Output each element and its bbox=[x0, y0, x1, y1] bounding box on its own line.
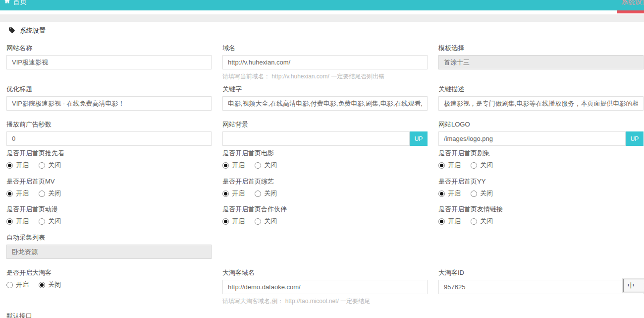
template-label: 模板选择 bbox=[438, 44, 644, 52]
radio-on-icon[interactable] bbox=[222, 162, 229, 169]
ime-toolbar[interactable]: 中 bbox=[623, 279, 644, 292]
auto-collect-select[interactable]: 卧龙资源 bbox=[6, 245, 212, 259]
site-name-input[interactable] bbox=[6, 55, 212, 69]
dataoke-domain-field: 大淘客域名 请填写大淘客域名,例： http://tao.micool.net/… bbox=[222, 269, 428, 305]
ad-seconds-input[interactable] bbox=[6, 131, 212, 146]
radio-on[interactable]: 开启 bbox=[222, 161, 245, 170]
navbar-home-label: 首页 bbox=[13, 0, 27, 7]
radio-off[interactable]: 关闭 bbox=[255, 217, 277, 226]
tag-icon bbox=[8, 27, 15, 35]
radio-on[interactable]: 开启 bbox=[222, 217, 245, 226]
radio-on[interactable]: 开启 bbox=[6, 189, 29, 198]
description-label: 关键描述 bbox=[438, 85, 644, 93]
radio-on-icon[interactable] bbox=[222, 218, 229, 225]
home-icon bbox=[4, 0, 10, 7]
section-title: 系统设置 bbox=[20, 26, 46, 35]
site-logo-input[interactable] bbox=[438, 131, 626, 146]
radio-on-label: 开启 bbox=[16, 189, 29, 198]
domain-helper-text: 请填写当前域名： http://v.huhexian.com/ 一定要结尾否则出… bbox=[222, 72, 428, 80]
radio-on[interactable]: 开启 bbox=[6, 280, 29, 289]
ad-seconds-label: 播放前广告秒数 bbox=[6, 121, 212, 128]
radio-off-label: 关闭 bbox=[480, 217, 493, 226]
domain-input[interactable] bbox=[222, 55, 428, 69]
radio-off-label: 关闭 bbox=[264, 189, 277, 198]
radio-off[interactable]: 关闭 bbox=[255, 161, 277, 170]
radio-off-icon[interactable] bbox=[255, 191, 261, 197]
radio-on[interactable]: 开启 bbox=[222, 189, 245, 198]
radio-on-icon[interactable] bbox=[6, 282, 13, 288]
radio-on[interactable]: 开启 bbox=[438, 161, 461, 170]
radio-on-icon[interactable] bbox=[6, 191, 13, 197]
ime-language-indicator[interactable]: 中 bbox=[628, 281, 634, 290]
site-bg-field: 网站背景 UP bbox=[222, 121, 428, 146]
seo-title-input[interactable] bbox=[6, 96, 212, 111]
keywords-field: 关键字 bbox=[222, 85, 428, 111]
radio-off-label: 关闭 bbox=[48, 217, 61, 226]
radio-on-icon[interactable] bbox=[6, 218, 13, 225]
radio-on[interactable]: 开启 bbox=[6, 161, 29, 170]
ime-fullwidth-moon-icon[interactable] bbox=[640, 283, 644, 288]
ime-drag-handle[interactable] bbox=[614, 285, 623, 285]
radio-off-icon[interactable] bbox=[471, 218, 477, 225]
radio-on-icon[interactable] bbox=[438, 218, 445, 225]
radio-off[interactable]: 关闭 bbox=[39, 189, 61, 198]
radio-on-label: 开启 bbox=[232, 161, 245, 170]
radio-on-icon[interactable] bbox=[438, 191, 445, 197]
auto-collect-label: 自动采集列表 bbox=[6, 234, 212, 242]
default-api-field: 默认接口 bbox=[6, 312, 212, 318]
sub-strip bbox=[0, 10, 644, 14]
radio-on-icon[interactable] bbox=[6, 162, 13, 169]
radio-off-icon[interactable] bbox=[39, 162, 45, 169]
ad-seconds-field: 播放前广告秒数 bbox=[6, 121, 212, 146]
radio-on[interactable]: 开启 bbox=[438, 189, 461, 198]
site-bg-upload-button[interactable]: UP bbox=[410, 131, 428, 146]
radio-on-icon[interactable] bbox=[222, 191, 229, 197]
keywords-input[interactable] bbox=[222, 96, 428, 111]
dataoke-id-field: 大淘客ID bbox=[438, 269, 644, 294]
radio-off[interactable]: 关闭 bbox=[471, 189, 493, 198]
top-navbar: 首页 系统设置 bbox=[0, 0, 644, 10]
dataoke-helper-text: 请填写大淘客域名,例： http://tao.micool.net/ 一定要结尾 bbox=[222, 297, 428, 305]
radio-off-icon[interactable] bbox=[39, 218, 45, 225]
default-api-label: 默认接口 bbox=[6, 312, 212, 318]
dataoke-domain-input[interactable] bbox=[222, 280, 428, 294]
navbar-home-item[interactable]: 首页 bbox=[4, 0, 27, 7]
site-logo-upload-button[interactable]: UP bbox=[626, 131, 644, 146]
dataoke-id-input[interactable] bbox=[438, 280, 644, 294]
radio-on-label: 开启 bbox=[232, 189, 245, 198]
radio-on[interactable]: 开启 bbox=[438, 217, 461, 226]
settings-page: 系统设置 网站名称 域名 请填写当前域名： http://v.huhexian.… bbox=[0, 22, 644, 318]
radio-off-icon[interactable] bbox=[39, 191, 45, 197]
radio-group-label: 是否开启首页友情链接 bbox=[438, 205, 644, 213]
radio-group-label: 是否开启首页YY bbox=[438, 178, 644, 186]
radio-on-icon[interactable] bbox=[438, 162, 445, 169]
template-select[interactable]: 首涂十三 bbox=[438, 55, 644, 69]
breadcrumb-bar bbox=[0, 14, 644, 22]
navbar-item-system-settings[interactable]: 系统设置 bbox=[621, 0, 644, 7]
radio-off[interactable]: 关闭 bbox=[39, 217, 61, 226]
description-input[interactable] bbox=[438, 96, 644, 111]
radio-off-icon[interactable] bbox=[39, 282, 45, 288]
radio-on-label: 开启 bbox=[16, 161, 29, 170]
radio-off[interactable]: 关闭 bbox=[255, 189, 277, 198]
radio-group: 是否开启首页YY 开启 关闭 bbox=[438, 178, 644, 198]
radio-off-icon[interactable] bbox=[471, 191, 477, 197]
radio-off-icon[interactable] bbox=[255, 162, 261, 169]
radio-group: 是否开启首页MV 开启 关闭 bbox=[6, 178, 212, 198]
radio-off[interactable]: 关闭 bbox=[39, 161, 61, 170]
radio-off[interactable]: 关闭 bbox=[471, 161, 493, 170]
radio-off[interactable]: 关闭 bbox=[471, 217, 493, 226]
radio-on-label: 开启 bbox=[16, 217, 29, 226]
radio-group: 是否开启首页友情链接 开启 关闭 bbox=[438, 205, 644, 226]
radio-off-label: 关闭 bbox=[48, 280, 61, 289]
radio-group-label: 是否开启首页动漫 bbox=[6, 205, 212, 213]
domain-label: 域名 bbox=[222, 44, 428, 52]
radio-off-icon[interactable] bbox=[255, 218, 261, 225]
radio-off-icon[interactable] bbox=[471, 162, 477, 169]
radio-group: 是否开启首页动漫 开启 关闭 bbox=[6, 205, 212, 226]
radio-group-label: 是否开启首页剧集 bbox=[438, 149, 644, 157]
radio-off[interactable]: 关闭 bbox=[39, 280, 61, 289]
site-bg-input[interactable] bbox=[222, 131, 410, 146]
radio-on[interactable]: 开启 bbox=[6, 217, 29, 226]
site-logo-field: 网站LOGO UP bbox=[438, 121, 644, 146]
